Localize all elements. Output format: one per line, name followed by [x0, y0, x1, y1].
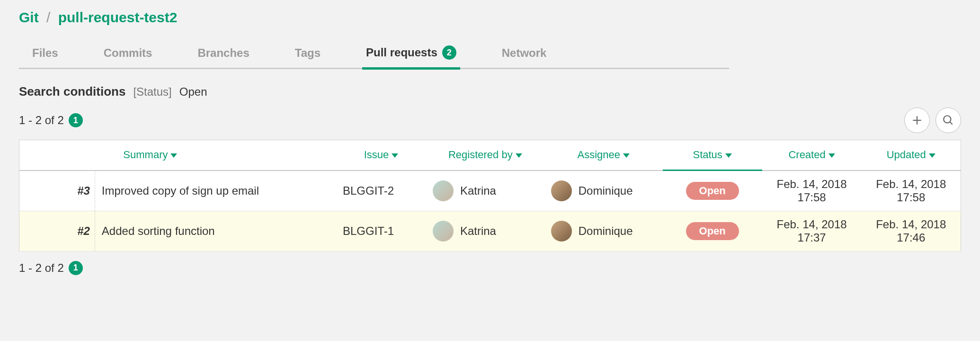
svg-point-2	[944, 116, 951, 123]
column-label: Registered by	[448, 149, 513, 161]
search-button[interactable]	[935, 108, 961, 133]
pr-issue[interactable]: BLGGIT-2	[336, 170, 426, 211]
column-header-id	[19, 140, 95, 170]
caret-down-icon	[929, 153, 935, 158]
pr-updated: Feb. 14, 2018 17:58	[862, 170, 961, 211]
tab-pull-requests[interactable]: Pull requests 2	[362, 40, 460, 70]
user-name: Katrina	[460, 224, 496, 238]
pr-status: Open	[663, 170, 762, 211]
breadcrumb-root[interactable]: Git	[19, 9, 39, 25]
column-label: Status	[693, 149, 722, 161]
tab-branches[interactable]: Branches	[194, 41, 253, 69]
column-header-summary[interactable]: Summary	[95, 140, 336, 170]
avatar	[433, 221, 454, 242]
pr-id[interactable]: #2	[19, 211, 95, 251]
tab-tags[interactable]: Tags	[291, 41, 324, 69]
caret-down-icon	[623, 153, 630, 158]
pr-issue[interactable]: BLGGIT-1	[336, 211, 426, 251]
pr-summary[interactable]: Added sorting function	[95, 211, 336, 251]
user-name: Katrina	[460, 184, 496, 197]
tab-label: Pull requests	[366, 46, 437, 59]
tab-files[interactable]: Files	[28, 41, 62, 69]
tab-label: Files	[32, 46, 58, 60]
column-header-assignee[interactable]: Assignee	[544, 140, 663, 170]
pr-status: Open	[663, 211, 762, 251]
breadcrumb: Git / pull-request-test2	[19, 9, 961, 26]
breadcrumb-separator: /	[46, 9, 50, 25]
caret-down-icon	[516, 153, 522, 158]
tab-commits[interactable]: Commits	[100, 41, 156, 69]
status-badge: Open	[686, 222, 739, 240]
caret-down-icon	[170, 153, 177, 158]
pr-assignee: Dominique	[544, 211, 663, 251]
search-conditions-status-label: [Status]	[133, 85, 171, 99]
status-badge: Open	[686, 182, 739, 200]
column-label: Issue	[364, 149, 389, 161]
caret-down-icon	[392, 153, 398, 158]
avatar	[551, 180, 572, 201]
pull-requests-count-badge: 2	[442, 45, 456, 60]
tab-label: Network	[502, 46, 547, 60]
pr-created: Feb. 14, 2018 17:37	[762, 211, 862, 251]
pagination-page-badge: 1	[69, 261, 83, 275]
column-header-registered-by[interactable]: Registered by	[426, 140, 544, 170]
tab-label: Tags	[295, 46, 321, 60]
pagination-page-badge: 1	[69, 113, 83, 127]
pr-created: Feb. 14, 2018 17:58	[762, 170, 862, 211]
table-row[interactable]: #3 Improved copy of sign up email BLGGIT…	[19, 170, 961, 211]
pr-registered-by: Katrina	[426, 211, 544, 251]
column-label: Updated	[887, 149, 926, 161]
pr-updated: Feb. 14, 2018 17:46	[862, 211, 961, 251]
avatar	[551, 221, 572, 242]
pr-assignee: Dominique	[544, 170, 663, 211]
svg-line-3	[950, 122, 952, 124]
pagination-range: 1 - 2 of 2	[19, 114, 64, 127]
user-name: Dominique	[579, 184, 633, 197]
column-header-status[interactable]: Status	[663, 140, 762, 170]
pagination-range: 1 - 2 of 2	[19, 261, 64, 275]
user-name: Dominique	[579, 224, 633, 238]
breadcrumb-repo[interactable]: pull-request-test2	[58, 9, 178, 25]
repo-tabs: Files Commits Branches Tags Pull request…	[19, 40, 729, 69]
tab-label: Commits	[104, 46, 152, 60]
pr-id[interactable]: #3	[19, 170, 95, 211]
column-header-updated[interactable]: Updated	[862, 140, 961, 170]
add-pull-request-button[interactable]	[904, 108, 930, 133]
plus-icon	[911, 114, 923, 126]
avatar	[433, 180, 454, 201]
search-conditions: Search conditions [Status] Open	[19, 84, 961, 99]
column-header-created[interactable]: Created	[762, 140, 862, 170]
column-label: Summary	[123, 149, 168, 161]
pr-registered-by: Katrina	[426, 170, 544, 211]
tab-label: Branches	[197, 46, 249, 60]
table-row[interactable]: #2 Added sorting function BLGGIT-1 Katri…	[19, 211, 961, 251]
caret-down-icon	[725, 153, 732, 158]
pagination-bottom: 1 - 2 of 2 1	[19, 261, 961, 275]
pr-summary[interactable]: Improved copy of sign up email	[95, 170, 336, 211]
column-label: Assignee	[577, 149, 620, 161]
search-conditions-status-value: Open	[179, 85, 207, 99]
pagination-top: 1 - 2 of 2 1	[19, 113, 83, 127]
search-icon	[942, 114, 954, 126]
pull-requests-table: Summary Issue Registered by Assignee Sta…	[19, 140, 961, 251]
caret-down-icon	[829, 153, 835, 158]
tab-network[interactable]: Network	[498, 41, 551, 69]
column-header-issue[interactable]: Issue	[336, 140, 426, 170]
search-conditions-title: Search conditions	[19, 84, 125, 99]
column-label: Created	[788, 149, 825, 161]
